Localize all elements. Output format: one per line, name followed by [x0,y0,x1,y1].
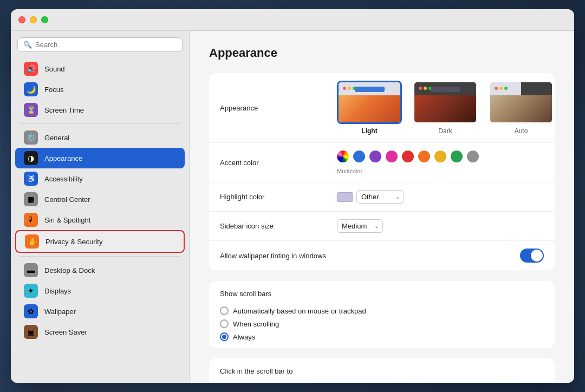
wallpaper-tinting-control [337,249,544,263]
appearance-section-card: Appearance [209,73,555,270]
sidebar-item-control-center[interactable]: ▦ Control Center [15,189,185,210]
wallpaper-tinting-row: Allow wallpaper tinting in windows [209,241,555,270]
accent-gray[interactable] [467,151,479,162]
scroll-jump-page-option[interactable]: Jump to the next page [220,382,544,383]
accent-multicolor[interactable] [337,151,349,162]
sidebar-item-appearance[interactable]: ◑ Appearance [15,148,185,168]
light-thumbnail[interactable] [337,81,402,124]
dark-thumbnail[interactable] [413,81,478,124]
accent-colors: Multicolor [337,151,479,174]
scroll-scrolling-radio[interactable] [220,319,229,328]
accent-yellow[interactable] [434,151,446,162]
dark-label: Dark [438,127,452,135]
sidebar-item-focus[interactable]: 🌙 Focus [15,79,185,100]
dark-thumb-bg [414,82,476,122]
accent-selected-label: Multicolor [337,168,479,174]
sidebar-icon-size-control: Small Medium Large ⌄ [337,219,544,233]
accent-red[interactable] [402,151,414,162]
sound-icon: 🔊 [24,62,38,76]
wallpaper-tinting-label: Allow wallpaper tinting in windows [220,252,328,260]
highlight-color-label: Highlight color [220,193,328,201]
highlight-color-select[interactable]: Other Blue Purple Pink Red Orange Yellow… [356,190,404,204]
accent-pink[interactable] [386,151,398,162]
sidebar-item-screen-time[interactable]: ⏳ Screen Time [15,100,185,120]
accent-blue[interactable] [353,151,365,162]
auto-thumbnail[interactable] [489,81,554,124]
light-thumb-bg [339,82,400,122]
accessibility-icon: ♿ [24,172,38,186]
sidebar-item-sound[interactable]: 🔊 Sound [15,58,185,79]
scroll-bars-section: Show scroll bars Automatically based on … [209,281,555,348]
minimize-button[interactable] [30,16,37,23]
wallpaper-icon: ✿ [24,304,38,318]
scroll-scrolling-option[interactable]: When scrolling [220,317,544,330]
accent-green[interactable] [451,151,463,162]
highlight-color-row: Highlight color Other Blue Purple Pink R… [209,182,555,212]
screen-time-icon: ⏳ [24,103,38,117]
sidebar-divider-1 [20,123,180,124]
thumb-dots-light [343,87,356,90]
scroll-always-option[interactable]: Always [220,330,544,343]
siri-spotlight-icon: 🎙 [24,213,38,227]
sidebar-label-appearance: Appearance [44,154,82,162]
sidebar-item-wallpaper[interactable]: ✿ Wallpaper [15,301,185,322]
appearance-option-dark[interactable]: Dark [413,81,478,135]
desktop-dock-icon: ▬ [24,263,38,277]
screen-saver-icon: ▣ [24,325,38,339]
scroll-always-label: Always [233,333,255,341]
scroll-always-radio[interactable] [220,332,229,341]
scroll-auto-radio[interactable] [220,306,229,315]
accent-purple[interactable] [369,151,381,162]
sidebar-label-focus: Focus [44,86,63,94]
sidebar-item-desktop-dock[interactable]: ▬ Desktop & Dock [15,260,185,280]
appearance-option-auto[interactable]: Auto [489,81,554,135]
sidebar-item-siri-spotlight[interactable]: 🎙 Siri & Spotlight [15,210,185,230]
accent-color-control: Multicolor [337,151,544,174]
sidebar-item-screen-saver[interactable]: ▣ Screen Saver [15,322,185,342]
highlight-swatch [337,192,353,202]
displays-icon: ✦ [24,284,38,298]
sidebar-divider-2 [20,256,180,257]
maximize-button[interactable] [41,16,48,23]
search-bar[interactable]: 🔍 [17,37,183,52]
general-icon: ⚙️ [24,130,38,145]
accent-color-row: Accent color [209,143,555,182]
settings-window: 🔍 🔊 Sound 🌙 Focus ⏳ [11,9,574,383]
scroll-click-section: Click in the scroll bar to Jump to the n… [209,358,555,383]
appearance-option-light[interactable]: Light [337,81,402,135]
sidebar-item-privacy-security[interactable]: ✋ Privacy & Security [15,230,185,253]
search-icon: 🔍 [23,41,32,49]
thumb-dots-auto [495,87,508,90]
sidebar-label-desktop-dock: Desktop & Dock [44,266,95,275]
control-center-icon: ▦ [24,192,38,206]
sidebar-label-siri-spotlight: Siri & Spotlight [44,216,90,224]
scroll-scrolling-label: When scrolling [233,320,279,328]
scroll-auto-option[interactable]: Automatically based on mouse or trackpad [220,304,544,317]
appearance-options: Light [337,81,554,135]
light-label: Light [361,127,377,135]
appearance-label: Appearance [220,104,328,112]
appearance-control: Light [337,81,554,135]
wallpaper-tinting-toggle[interactable] [520,249,544,263]
close-button[interactable] [18,16,25,23]
sidebar-item-accessibility[interactable]: ♿ Accessibility [15,168,185,189]
toggle-knob [531,250,543,262]
accent-orange[interactable] [418,151,430,162]
sidebar-label-general: General [44,134,69,142]
page-title: Appearance [209,46,555,60]
sidebar-icon-size-select-wrapper[interactable]: Small Medium Large ⌄ [337,219,383,233]
sidebar-item-displays[interactable]: ✦ Displays [15,280,185,301]
sidebar: 🔍 🔊 Sound 🌙 Focus ⏳ [11,31,190,383]
sidebar-label-privacy-security: Privacy & Security [46,238,102,246]
scroll-auto-label: Automatically based on mouse or trackpad [233,307,366,315]
sidebar-label-control-center: Control Center [44,195,90,204]
accent-color-label: Accent color [220,159,328,167]
sidebar-label-sound: Sound [44,65,65,73]
search-input[interactable] [35,41,177,49]
sidebar-icon-size-select[interactable]: Small Medium Large [337,219,383,233]
highlight-color-select-wrapper[interactable]: Other Blue Purple Pink Red Orange Yellow… [337,190,404,204]
sidebar-label-accessibility: Accessibility [44,175,83,183]
sidebar-item-general[interactable]: ⚙️ General [15,127,185,148]
titlebar [11,9,574,31]
auto-label: Auto [515,127,528,135]
